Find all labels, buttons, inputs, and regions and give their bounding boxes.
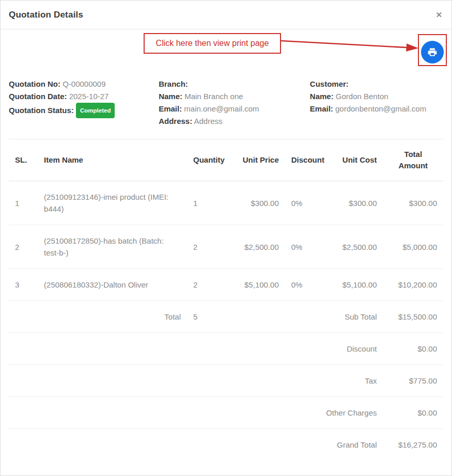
sub-total-label: Sub Total bbox=[332, 301, 383, 333]
summary-row-tax: Tax $775.00 bbox=[9, 365, 443, 397]
annotation-highlight-box bbox=[418, 34, 447, 66]
close-icon[interactable]: ✕ bbox=[435, 11, 442, 19]
quotation-status-line: Quotation Status: Completed bbox=[9, 103, 159, 118]
sub-total-value: $15,500.00 bbox=[383, 301, 443, 333]
modal-header: Quotation Details ✕ bbox=[1, 1, 451, 29]
annotation-text: Click here then view print page bbox=[156, 39, 269, 48]
customer-name-line: Name: Gordon Benton bbox=[310, 90, 443, 103]
header-discount: Discount bbox=[285, 139, 332, 181]
quotation-date-line: Quotation Date: 2025-10-27 bbox=[9, 90, 159, 103]
header-item-name: Item Name bbox=[38, 139, 187, 181]
toolbar-zone: Click here then view print page bbox=[9, 29, 443, 77]
customer-email-line: Email: gordonbenton@gmail.com bbox=[310, 103, 443, 115]
quotation-details-modal: Quotation Details ✕ Click here then view… bbox=[0, 0, 452, 476]
quotation-info-column: Quotation No: Q-00000009 Quotation Date:… bbox=[9, 78, 159, 128]
summary-row-discount: Discount $0.00 bbox=[9, 333, 443, 365]
info-section: Quotation No: Q-00000009 Quotation Date:… bbox=[9, 78, 443, 128]
header-sl: SL. bbox=[9, 139, 38, 181]
total-quantity: 5 bbox=[187, 301, 234, 333]
header-quantity: Quantity bbox=[187, 139, 234, 181]
printer-icon bbox=[427, 47, 438, 57]
table-row: 1 (251009123146)-imei product (IMEI: b44… bbox=[9, 181, 443, 225]
header-unit-cost: Unit Cost bbox=[332, 139, 383, 181]
branch-title: Branch: bbox=[159, 78, 310, 90]
annotation-callout: Click here then view print page bbox=[144, 33, 281, 54]
customer-info-column: Customer: Name: Gordon Benton Email: gor… bbox=[310, 78, 443, 128]
header-total-amount: Total Amount bbox=[383, 139, 443, 181]
total-label: Total bbox=[38, 301, 187, 333]
summary-row-other-charges: Other Charges $0.00 bbox=[9, 397, 443, 429]
summary-row-grand-total: Grand Total $16,275.00 bbox=[9, 429, 443, 461]
items-table-header: SL. Item Name Quantity Unit Price Discou… bbox=[9, 139, 443, 181]
branch-email-line: Email: main.one@gmail.com bbox=[159, 103, 310, 115]
print-button[interactable] bbox=[421, 41, 444, 64]
header-unit-price: Unit Price bbox=[234, 139, 285, 181]
customer-title: Customer: bbox=[310, 78, 443, 90]
total-row: Total 5 Sub Total $15,500.00 bbox=[9, 301, 443, 333]
modal-title: Quotation Details bbox=[9, 10, 83, 20]
branch-name-line: Name: Main Branch one bbox=[159, 90, 310, 103]
branch-address-line: Address: Address bbox=[159, 115, 310, 128]
items-table: SL. Item Name Quantity Unit Price Discou… bbox=[9, 139, 443, 461]
modal-body: Click here then view print page bbox=[1, 29, 451, 476]
annotation-arrow bbox=[281, 37, 427, 54]
status-badge: Completed bbox=[76, 103, 115, 118]
table-row: 3 (250806180332)-Dalton Oliver 2 $5,100.… bbox=[9, 269, 443, 301]
table-row: 2 (251008172850)-has batch (Batch: test-… bbox=[9, 225, 443, 269]
quotation-no-line: Quotation No: Q-00000009 bbox=[9, 78, 159, 90]
branch-info-column: Branch: Name: Main Branch one Email: mai… bbox=[159, 78, 310, 128]
